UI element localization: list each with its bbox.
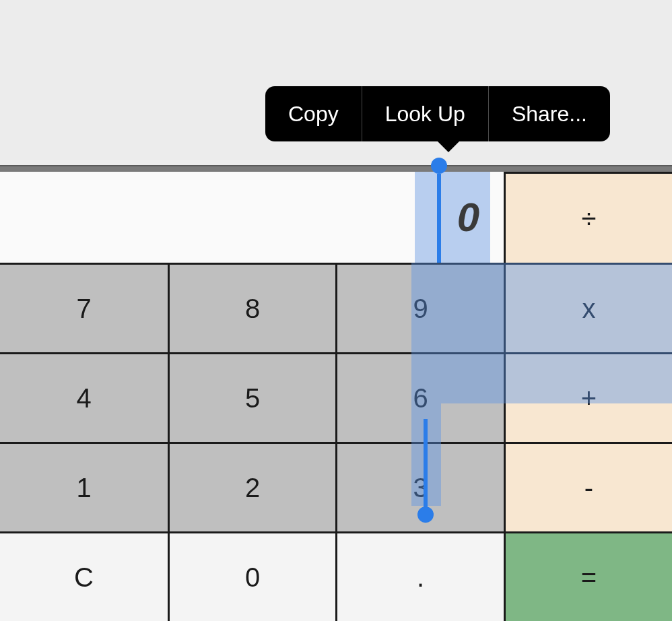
selection-caret-line (437, 174, 441, 263)
calculator-display-row: 0 ÷ (0, 172, 672, 263)
share-menu-item[interactable]: Share... (489, 86, 610, 141)
digit-2-button[interactable]: 2 (168, 442, 335, 531)
display-value: 0 (457, 194, 479, 240)
digit-9-button[interactable]: 9 (335, 263, 504, 352)
text-selection-context-menu: Copy Look Up Share... (265, 86, 610, 141)
digit-6-button[interactable]: 6 (335, 352, 504, 442)
decimal-point-button[interactable]: . (335, 531, 504, 621)
lookup-menu-item[interactable]: Look Up (362, 86, 488, 141)
calculator-display[interactable]: 0 (0, 172, 504, 263)
equals-button[interactable]: = (504, 531, 672, 621)
digit-0-button[interactable]: 0 (168, 531, 335, 621)
multiply-button[interactable]: x (504, 263, 672, 352)
digit-7-button[interactable]: 7 (0, 263, 168, 352)
selection-handle-end[interactable] (417, 506, 434, 523)
calculator-keypad: 7 8 9 x 4 5 6 + 1 2 3 - C 0 . = (0, 263, 672, 621)
digit-5-button[interactable]: 5 (168, 352, 335, 442)
selection-handle-start[interactable] (431, 158, 447, 174)
divide-button[interactable]: ÷ (504, 172, 672, 263)
selection-caret-line (424, 419, 428, 509)
clear-button[interactable]: C (0, 531, 168, 621)
plus-button[interactable]: + (504, 352, 672, 442)
digit-4-button[interactable]: 4 (0, 352, 168, 442)
minus-button[interactable]: - (504, 442, 672, 531)
calculator-top-divider (0, 165, 672, 172)
copy-menu-item[interactable]: Copy (265, 86, 362, 141)
digit-1-button[interactable]: 1 (0, 442, 168, 531)
digit-8-button[interactable]: 8 (168, 263, 335, 352)
callout-arrow-icon (436, 140, 461, 152)
